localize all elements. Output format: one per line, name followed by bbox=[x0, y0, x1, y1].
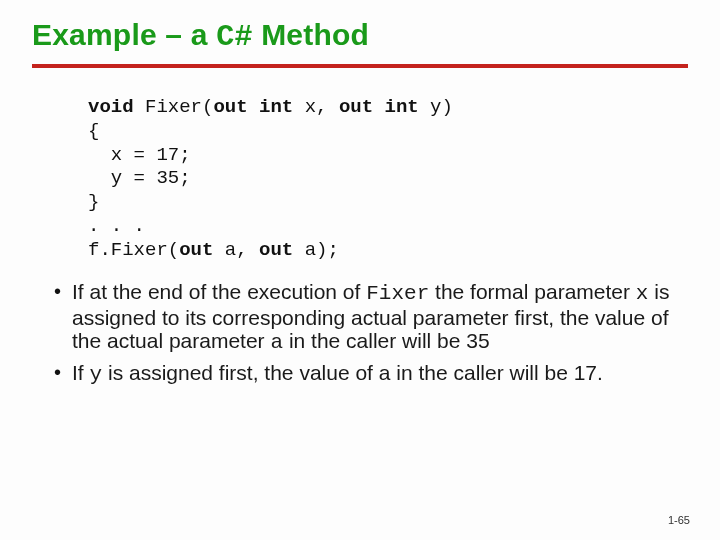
code-line: x = 17; bbox=[88, 144, 191, 166]
code-text: a); bbox=[293, 239, 339, 261]
code-line: { bbox=[88, 120, 99, 142]
bullet-list: If at the end of the execution of Fixer … bbox=[32, 280, 688, 386]
bullet-text: is assigned first, the value of a in the… bbox=[102, 361, 603, 384]
code-kw-outint2: out int bbox=[339, 96, 419, 118]
title-text-pre: Example – a bbox=[32, 18, 216, 51]
bullet-text: If bbox=[72, 361, 90, 384]
bullet-text: in the caller will be 35 bbox=[283, 329, 490, 352]
bullet-item-2: If y is assigned first, the value of a i… bbox=[54, 361, 680, 387]
inline-code-y: y bbox=[90, 363, 103, 386]
code-text: f.Fixer( bbox=[88, 239, 179, 261]
title-underline bbox=[32, 64, 688, 68]
title-mono: C# bbox=[216, 20, 252, 54]
code-line: } bbox=[88, 191, 99, 213]
code-text: a, bbox=[213, 239, 259, 261]
slide: Example – a C# Method void Fixer(out int… bbox=[0, 0, 720, 540]
code-kw-outint1: out int bbox=[213, 96, 293, 118]
code-kw-void: void bbox=[88, 96, 134, 118]
code-kw-out2: out bbox=[259, 239, 293, 261]
code-text: y) bbox=[419, 96, 453, 118]
code-line: . . . bbox=[88, 215, 145, 237]
inline-code-fixer: Fixer bbox=[366, 282, 429, 305]
code-line: y = 35; bbox=[88, 167, 191, 189]
bullet-text: the formal parameter bbox=[429, 280, 636, 303]
bullet-text: If at the end of the execution of bbox=[72, 280, 366, 303]
title-text-post: Method bbox=[253, 18, 369, 51]
code-text: x, bbox=[293, 96, 339, 118]
code-block: void Fixer(out int x, out int y) { x = 1… bbox=[88, 96, 688, 262]
slide-number: 1-65 bbox=[668, 514, 690, 526]
bullet-item-1: If at the end of the execution of Fixer … bbox=[54, 280, 680, 355]
inline-code-x: x bbox=[636, 282, 649, 305]
code-text: Fixer( bbox=[134, 96, 214, 118]
code-kw-out1: out bbox=[179, 239, 213, 261]
inline-code-a: a bbox=[270, 331, 283, 354]
slide-title: Example – a C# Method bbox=[32, 18, 688, 54]
